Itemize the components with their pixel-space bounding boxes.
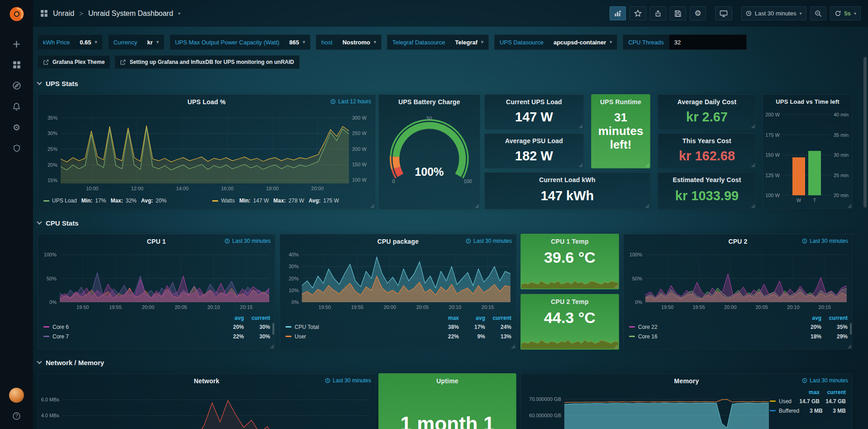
panel-title[interactable]: Estimated Yearly Cost (658, 176, 756, 183)
panel-title[interactable]: UPS Load % (38, 98, 375, 106)
sidebar-item-server-admin[interactable] (0, 138, 33, 159)
zoom-out-button[interactable] (810, 6, 826, 20)
legend-item[interactable]: Used14.7 GB14.7 GB (770, 396, 846, 406)
section-ups-stats[interactable]: UPS Stats (38, 80, 78, 87)
cpu-package-chart[interactable]: 40%30%20%10%0%19:5019:5520:0020:0520:102… (282, 248, 514, 312)
panel-title[interactable]: This Years Cost (658, 137, 756, 145)
cpu-threads-input[interactable] (669, 34, 747, 50)
panel-title[interactable]: Current Load kWh (485, 176, 650, 183)
sidebar-item-dashboards[interactable] (0, 54, 33, 75)
panel-resize-handle[interactable] (511, 344, 515, 348)
panel-resize-handle[interactable] (270, 344, 274, 348)
panel-resize-handle[interactable] (847, 344, 851, 348)
ups-bars-chart[interactable]: 200 W175 W150 W125 W100 W40 min35 min30 … (765, 108, 850, 206)
breadcrumb-folder[interactable]: Unraid (53, 10, 74, 18)
user-avatar[interactable] (9, 388, 24, 403)
panel-resize-handle[interactable] (614, 284, 618, 288)
variable-value-dropdown[interactable]: Telegraf▾ (450, 39, 488, 46)
legend-item[interactable]: Core 1618%29% (629, 332, 848, 341)
panel-network: Network Last 30 minutes 6.0 MBs4.0 MBs2.… (38, 373, 376, 429)
svg-text:100 W: 100 W (352, 177, 367, 183)
sidebar-item-explore[interactable] (0, 75, 33, 96)
panel-time-range[interactable]: Last 30 minutes (802, 238, 848, 244)
panel-title[interactable]: UPS Runtime (591, 98, 650, 106)
panel-time-range[interactable]: Last 30 minutes (802, 377, 848, 384)
variable-value-dropdown[interactable]: Nostromo▾ (338, 39, 381, 46)
panel-title[interactable]: Network (38, 377, 375, 385)
sidebar-item-create[interactable] (0, 34, 33, 54)
panel-resize-handle[interactable] (578, 163, 582, 167)
panel-resize-handle[interactable] (614, 344, 618, 348)
network-chart[interactable]: 6.0 MBs4.0 MBs2.0 MBs (40, 387, 373, 429)
link-grafana-plex-theme[interactable]: Grafana Plex Theme (38, 55, 110, 69)
section-network-memory[interactable]: Network / Memory (38, 359, 104, 366)
legend-item[interactable]: UPS Load Min: 17% Max: 32% Avg: 20% (43, 198, 167, 204)
sidebar-item-configuration[interactable]: ⚙ (0, 117, 33, 138)
variable-label: host (316, 39, 338, 46)
legend-item[interactable]: Buffered3 MB3 MB (770, 406, 846, 415)
panel-title[interactable]: UPS Load vs Time left (763, 98, 852, 105)
svg-text:35%: 35% (48, 115, 57, 121)
cpu1-chart[interactable]: 100%50%0%19:5019:5520:0020:0520:1020:15 (40, 248, 273, 312)
cpu2-chart[interactable]: 100%50%0%19:5019:5520:0020:0520:1020:15 (625, 248, 850, 312)
panel-ups-runtime: UPS Runtime 31 minutes left! (591, 94, 650, 169)
panel-time-range[interactable]: Last 30 minutes (224, 238, 271, 244)
legend-scrollbar[interactable] (272, 323, 274, 335)
panel-resize-handle[interactable] (370, 204, 374, 208)
add-panel-button[interactable] (610, 6, 626, 20)
page-scrollbar[interactable] (863, 57, 867, 207)
favorite-button[interactable] (630, 6, 646, 20)
panel-resize-handle[interactable] (645, 204, 649, 208)
chart-legend: UPS Load Min: 17% Max: 32% Avg: 20%Watts… (43, 196, 339, 206)
panel-resize-handle[interactable] (751, 204, 755, 208)
panel-title[interactable]: Average PSU Load (485, 137, 583, 145)
dashboard-settings-button[interactable]: ⚙ (690, 6, 706, 20)
legend-scrollbar[interactable] (850, 323, 852, 335)
legend-item[interactable]: Watts Min: 147 W Max: 278 W Avg: 175 W (212, 198, 339, 204)
section-cpu-stats[interactable]: CPU Stats (38, 219, 79, 227)
variable-value-dropdown[interactable]: 0.65▾ (75, 39, 102, 46)
panel-title[interactable]: Uptime (379, 377, 516, 385)
tv-mode-button[interactable] (715, 6, 732, 20)
variable-value-dropdown[interactable]: kr▾ (142, 39, 163, 46)
time-range-picker[interactable]: Last 30 minutes ▾ (741, 6, 806, 20)
grafana-logo[interactable] (7, 5, 26, 24)
panel-resize-handle[interactable] (751, 124, 755, 128)
svg-text:20:05: 20:05 (175, 304, 187, 310)
dashboard-title[interactable]: Unraid System Dashboard (88, 10, 173, 18)
variable-value-dropdown[interactable]: 865▾ (284, 39, 310, 46)
legend-item[interactable]: CPU Total38%17%24% (286, 322, 511, 332)
svg-text:20:00: 20:00 (142, 304, 155, 310)
legend-item[interactable]: Core 2220%35% (629, 322, 848, 332)
share-button[interactable] (650, 6, 666, 20)
link-ups-monitoring-guide[interactable]: Setting up Grafana and InfluxDB for UPS … (114, 55, 299, 69)
panel-time-range[interactable]: Last 30 minutes (325, 377, 371, 384)
svg-text:35 min: 35 min (834, 132, 849, 138)
panel-resize-handle[interactable] (645, 163, 649, 167)
panel-time-range[interactable]: Last 12 hours (330, 98, 371, 105)
panel-resize-handle[interactable] (578, 124, 582, 128)
panel-title[interactable]: UPS Battery Charge (379, 98, 480, 106)
panel-title[interactable]: Average Daily Cost (658, 98, 756, 106)
refresh-interval-label[interactable]: 5s (844, 10, 851, 17)
panel-title[interactable]: CPU 2 Temp (521, 298, 619, 305)
panel-resize-handle[interactable] (475, 204, 479, 208)
memory-chart[interactable]: 70.000000 GB60.000000 GB50.000000 GB (523, 387, 772, 429)
ups-load-chart[interactable]: 35%30%25%20%15%300 W250 W200 W150 W100 W… (40, 108, 373, 194)
variable-value-dropdown[interactable]: apcupsd-container▾ (548, 39, 617, 46)
legend-item[interactable]: User22%9%13% (286, 332, 511, 341)
chevron-down-icon[interactable]: ▾ (178, 11, 181, 16)
panel-resize-handle[interactable] (847, 204, 851, 208)
sidebar-item-alerting[interactable] (0, 96, 33, 117)
panel-time-range[interactable]: Last 30 minutes (466, 238, 512, 244)
panel-title[interactable]: CPU 1 Temp (521, 238, 619, 245)
refresh-button[interactable]: 5s ▾ (830, 6, 861, 20)
panel-title[interactable]: Current UPS Load (485, 98, 583, 106)
save-button[interactable] (670, 6, 686, 20)
svg-text:30 min: 30 min (834, 152, 849, 158)
panel-resize-handle[interactable] (751, 163, 755, 167)
legend-item[interactable]: Core 722%30% (43, 332, 270, 341)
legend-item[interactable]: Core 620%30% (43, 322, 270, 332)
battery-gauge[interactable]: 050100100% (382, 108, 476, 205)
sidebar-item-help[interactable]: ? (0, 409, 33, 423)
